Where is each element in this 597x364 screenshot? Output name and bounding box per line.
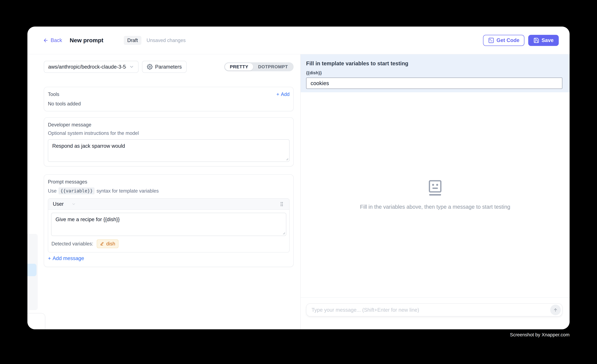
plus-icon: +	[276, 91, 279, 97]
message-role-select[interactable]: User	[53, 201, 64, 207]
prompt-messages-card: Prompt messages Use {{variable}} syntax …	[44, 174, 294, 267]
template-syntax-hint: Use {{variable}} syntax for template var…	[48, 187, 290, 194]
back-label: Back	[51, 38, 62, 43]
tools-title: Tools	[48, 91, 59, 97]
chat-empty-state: Fill in the variables above, then type a…	[301, 92, 570, 297]
robot-screen-icon	[429, 180, 442, 196]
cutoff-floating-card	[27, 313, 45, 329]
save-floppy-icon	[533, 38, 539, 43]
gear-icon	[147, 64, 153, 70]
header: Back New prompt Draft Unsaved changes Ge…	[27, 27, 570, 54]
get-code-label: Get Code	[496, 38, 519, 43]
variable-name-label: {{dish}}	[306, 70, 562, 75]
add-tool-label: Add	[281, 91, 290, 97]
plus-icon: +	[48, 255, 51, 261]
parameters-label: Parameters	[155, 64, 182, 70]
save-label: Save	[542, 38, 554, 43]
main-split: aws/anthropic/bedrock-claude-3-5-s... Pa…	[27, 54, 570, 329]
watermark: Screenshot by Xnapper.com	[510, 332, 570, 337]
empty-state-text: Fill in the variables above, then type a…	[360, 204, 510, 210]
variable-value-input[interactable]	[306, 77, 562, 89]
resize-handle-icon[interactable]	[283, 232, 285, 235]
model-selector[interactable]: aws/anthropic/bedrock-claude-3-5-s...	[44, 61, 139, 73]
status-badge: Draft	[124, 36, 141, 45]
variable-syntax-chip: {{variable}}	[58, 187, 94, 194]
user-message-textarea[interactable]: Give me a recipe for {{dish}}	[51, 213, 286, 236]
drag-handle-icon[interactable]	[279, 201, 285, 207]
unsaved-changes-note: Unsaved changes	[147, 38, 186, 43]
save-button[interactable]: Save	[528, 35, 559, 46]
chat-footer	[301, 297, 570, 329]
resize-handle-icon[interactable]	[286, 158, 289, 160]
prompt-editor-panel: aws/anthropic/bedrock-claude-3-5-s... Pa…	[27, 54, 301, 329]
test-panel-title: Fill in template variables to start test…	[306, 60, 562, 67]
developer-message-subtitle: Optional system instructions for the mod…	[48, 130, 290, 136]
editor-toolbar: aws/anthropic/bedrock-claude-3-5-s... Pa…	[44, 61, 294, 73]
edit-pencil-icon	[100, 242, 104, 246]
hint-prefix: Use	[48, 188, 57, 194]
variable-chip-dish[interactable]: dish	[97, 239, 118, 248]
toggle-option-dotprompt[interactable]: DOTPROMPT	[253, 63, 293, 70]
page-title: New prompt	[70, 37, 103, 44]
app-window: Back New prompt Draft Unsaved changes Ge…	[27, 27, 570, 329]
parameters-button[interactable]: Parameters	[142, 61, 187, 73]
arrow-up-icon	[553, 307, 558, 312]
hint-suffix: syntax for template variables	[96, 188, 159, 194]
prompt-messages-title: Prompt messages	[48, 179, 290, 185]
tools-empty-text: No tools added	[48, 101, 290, 107]
add-message-label: Add message	[53, 255, 84, 261]
developer-message-card: Developer message Optional system instru…	[44, 117, 294, 167]
message-block: User Give me a recipe for {{dish}}	[48, 198, 290, 252]
detected-variables-row: Detected variables: dish	[48, 236, 289, 252]
send-button[interactable]	[550, 305, 561, 315]
message-role-header: User	[48, 199, 289, 210]
developer-message-textarea[interactable]: Respond as jack sparrow would	[48, 139, 290, 162]
terminal-icon	[488, 37, 494, 44]
add-tool-button[interactable]: + Add	[276, 91, 290, 97]
test-panel: Fill in template variables to start test…	[301, 54, 570, 329]
add-message-button[interactable]: + Add message	[48, 255, 84, 261]
developer-message-title: Developer message	[48, 122, 290, 128]
variable-chip-label: dish	[106, 241, 115, 247]
detected-variables-label: Detected variables:	[51, 241, 93, 247]
chat-message-input[interactable]	[312, 307, 550, 313]
get-code-button[interactable]: Get Code	[483, 35, 524, 46]
cutoff-highlight-chip	[27, 264, 37, 276]
back-button[interactable]: Back	[43, 38, 62, 43]
chevron-down-icon[interactable]	[71, 202, 76, 206]
model-selector-value: aws/anthropic/bedrock-claude-3-5-s...	[48, 64, 126, 70]
tools-card: Tools + Add No tools added	[44, 87, 294, 111]
view-mode-toggle: PRETTY DOTPROMPT	[224, 62, 294, 71]
chevron-down-icon	[129, 64, 134, 69]
template-variables-section: Fill in template variables to start test…	[301, 54, 570, 92]
back-arrow-icon	[43, 38, 48, 43]
toggle-option-pretty[interactable]: PRETTY	[225, 63, 253, 70]
chat-input-container	[306, 303, 562, 316]
